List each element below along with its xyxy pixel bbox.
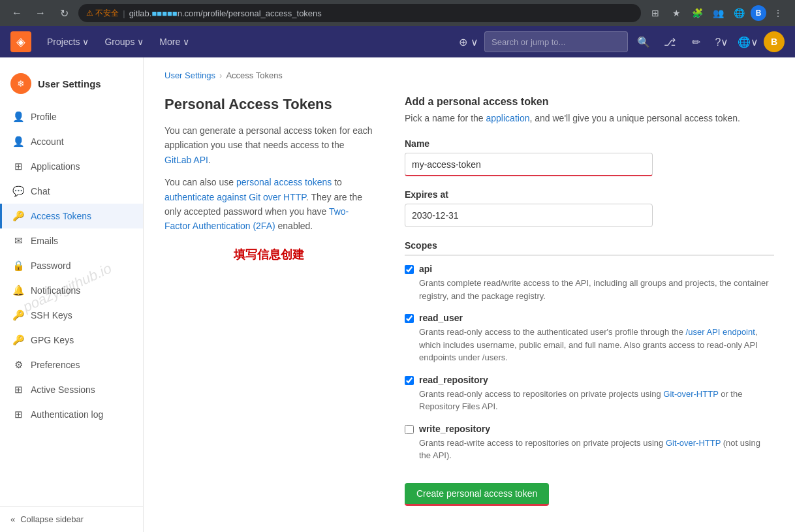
user-account-button[interactable]: 👥: [709, 4, 727, 22]
right-column: Add a personal access token Pick a name …: [405, 96, 774, 506]
nav-item-groups[interactable]: Groups ∨: [97, 26, 151, 57]
sidebar-item-auth-log[interactable]: ⊞ Authentication log: [0, 402, 143, 427]
sidebar-item-applications[interactable]: ⊞ Applications: [0, 154, 143, 179]
sidebar-item-notifications[interactable]: 🔔 Notifications: [0, 278, 143, 303]
git-http-link2[interactable]: Git-over-HTTP: [666, 438, 721, 448]
gpg-keys-icon: 🔑: [12, 334, 24, 346]
sidebar-item-active-sessions[interactable]: ⊞ Active Sessions: [0, 377, 143, 402]
scope-read-user-desc: Grants read-only access to the authentic…: [405, 326, 774, 364]
scope-api-desc: Grants complete read/write access to the…: [405, 277, 774, 302]
chrome-profile-avatar[interactable]: B: [751, 5, 766, 21]
scope-write-repository-name: write_repository: [419, 424, 490, 434]
scope-write-repository-desc: Grants read-write access to repositories…: [405, 437, 774, 462]
collapse-sidebar-button[interactable]: « Collapse sidebar: [0, 506, 143, 532]
breadcrumb: User Settings › Access Tokens: [164, 70, 774, 80]
browser-chrome: ← → ↻ ⚠ 不安全 | gitlab.■■■■■n.com/profile/…: [0, 0, 795, 26]
more-button[interactable]: ⋮: [769, 4, 787, 22]
scope-write-repository-item: write_repository Grants read-write acces…: [405, 424, 774, 462]
scope-read-repository-header: read_repository: [405, 375, 774, 385]
breadcrumb-parent-link[interactable]: User Settings: [164, 70, 215, 80]
expires-label: Expires at: [405, 189, 774, 200]
gitlab-logo[interactable]: ◈: [10, 31, 31, 52]
scope-read-repository-desc: Grants read-only access to repositories …: [405, 388, 774, 413]
reload-button[interactable]: ↻: [55, 4, 73, 22]
user-api-link[interactable]: /user API endpoint: [686, 327, 755, 337]
sidebar-item-account[interactable]: 👤 Account: [0, 129, 143, 154]
collapse-icon: «: [10, 514, 15, 524]
token-name-input[interactable]: [405, 153, 653, 176]
sidebar-item-label: Password: [31, 260, 70, 271]
google-apps-button[interactable]: ⊞: [646, 4, 664, 22]
user-avatar[interactable]: B: [764, 31, 785, 52]
security-warning: ⚠ 不安全: [86, 8, 119, 19]
account-icon: 👤: [12, 136, 24, 148]
access-tokens-icon: 🔑: [12, 210, 24, 222]
scope-write-repository-header: write_repository: [405, 424, 774, 434]
left-column: Personal Access Tokens You can generate …: [164, 96, 373, 506]
bookmark-button[interactable]: ★: [667, 4, 685, 22]
scope-read-repository-checkbox[interactable]: [405, 376, 414, 385]
sidebar-item-access-tokens[interactable]: 🔑 Access Tokens: [0, 204, 143, 228]
scope-api-checkbox[interactable]: [405, 265, 414, 274]
scope-write-repository-checkbox[interactable]: [405, 425, 414, 434]
sidebar-item-preferences[interactable]: ⚙ Preferences: [0, 352, 143, 377]
authenticate-link[interactable]: authenticate against Git over HTTP: [164, 192, 306, 202]
gitlab-api-link[interactable]: GitLab API: [164, 155, 208, 165]
merge-requests-button[interactable]: ⎇: [659, 31, 680, 52]
sidebar-item-password[interactable]: 🔒 Password: [0, 253, 143, 278]
nav-search-area: ⊕ ∨ 🔍 ⎇ ✏ ?∨ 🌐∨ B: [458, 31, 785, 52]
sidebar-item-profile[interactable]: 👤 Profile: [0, 104, 143, 129]
issues-button[interactable]: ✏: [685, 31, 706, 52]
sidebar-item-label: Authentication log: [31, 409, 103, 420]
translate-button[interactable]: 🌐: [730, 4, 748, 22]
sidebar-logo-icon: ❄: [10, 73, 31, 94]
scope-read-user-item: read_user Grants read-only access to the…: [405, 313, 774, 364]
sidebar-item-label: Chat: [31, 186, 50, 196]
name-label: Name: [405, 138, 774, 149]
name-field-group: Name: [405, 138, 774, 176]
git-http-link[interactable]: Git-over-HTTP: [663, 389, 718, 399]
breadcrumb-current: Access Tokens: [226, 70, 282, 80]
application-link[interactable]: application: [486, 113, 530, 123]
preferences-icon: ⚙: [12, 359, 24, 371]
sidebar-item-emails[interactable]: ✉ Emails: [0, 228, 143, 253]
sidebar-item-label: Account: [31, 136, 64, 147]
nav-item-projects[interactable]: Projects ∨: [39, 26, 97, 57]
sidebar-item-label: Emails: [31, 236, 58, 246]
expires-field-group: Expires at: [405, 189, 774, 227]
annotation-text: 填写信息创建: [164, 247, 373, 262]
notifications-icon: 🔔: [12, 285, 24, 296]
sidebar-item-ssh-keys[interactable]: 🔑 SSH Keys: [0, 303, 143, 328]
content-columns: Personal Access Tokens You can generate …: [164, 96, 774, 506]
locale-button[interactable]: 🌐∨: [738, 31, 758, 52]
active-sessions-icon: ⊞: [12, 384, 24, 396]
sidebar-item-label: Access Tokens: [31, 211, 91, 221]
emails-icon: ✉: [12, 235, 24, 247]
auth-log-icon: ⊞: [12, 409, 24, 420]
new-item-button[interactable]: ⊕ ∨: [458, 31, 479, 52]
forward-button[interactable]: →: [31, 4, 50, 22]
scopes-label: Scopes: [405, 240, 774, 256]
nav-item-more[interactable]: More ∨: [151, 26, 197, 57]
address-bar[interactable]: ⚠ 不安全 | gitlab.■■■■■n.com/profile/person…: [78, 4, 641, 22]
chat-icon: 💬: [12, 185, 24, 197]
desc-paragraph-1: You can generate a personal access token…: [164, 123, 373, 167]
pat-link[interactable]: personal access tokens: [236, 177, 332, 187]
scope-read-user-checkbox[interactable]: [405, 314, 414, 323]
ssh-keys-icon: 🔑: [12, 309, 24, 321]
address-url: gitlab.■■■■■n.com/profile/personal_acces…: [129, 8, 322, 18]
sidebar-item-chat[interactable]: 💬 Chat: [0, 179, 143, 204]
sidebar-item-label: SSH Keys: [31, 310, 72, 321]
scopes-group: Scopes api Grants complete read/write ac…: [405, 240, 774, 462]
help-button[interactable]: ?∨: [711, 31, 732, 52]
expires-input[interactable]: [405, 204, 653, 227]
scope-api-item: api Grants complete read/write access to…: [405, 264, 774, 302]
create-token-button[interactable]: Create personal access token: [405, 483, 549, 506]
breadcrumb-separator: ›: [219, 70, 222, 80]
global-search-input[interactable]: [484, 31, 628, 52]
2fa-link[interactable]: Two-Factor Authentication (2FA): [164, 206, 349, 231]
back-button[interactable]: ←: [8, 4, 26, 22]
sidebar-item-gpg-keys[interactable]: 🔑 GPG Keys: [0, 328, 143, 352]
search-icon-button[interactable]: 🔍: [633, 31, 654, 52]
extensions-button[interactable]: 🧩: [688, 4, 706, 22]
